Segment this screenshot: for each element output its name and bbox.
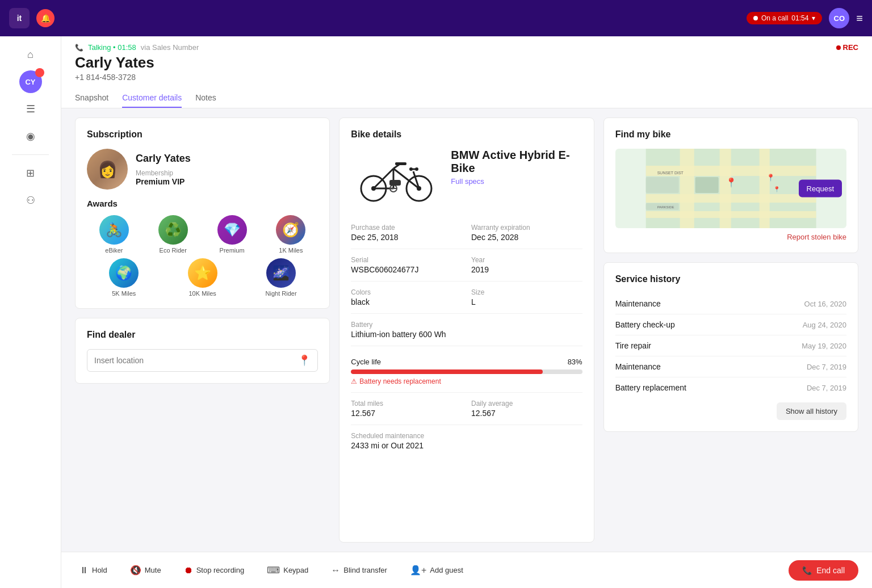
svg-rect-25 bbox=[645, 177, 678, 193]
award-night: 🌌 Night Rider bbox=[244, 258, 318, 297]
top-bar-right: On a call 01:54 CO ≡ bbox=[747, 8, 863, 28]
year-section: Year 2019 bbox=[471, 256, 582, 274]
end-call-label: End call bbox=[816, 566, 845, 575]
subscription-card: Subscription 👩 Carly Yates Membership Pr… bbox=[75, 117, 330, 309]
size-section: Size L bbox=[471, 288, 582, 306]
call-timer: 01:54 bbox=[791, 14, 808, 22]
subscription-title: Subscription bbox=[87, 129, 318, 140]
sidebar-item-grid[interactable]: ⊞ bbox=[19, 162, 42, 184]
warranty-section: Warranty expiration Dec 25, 2028 bbox=[471, 224, 582, 242]
warranty-label: Warranty expiration bbox=[471, 224, 582, 232]
dealer-location-input[interactable] bbox=[94, 356, 294, 365]
add-guest-action[interactable]: 👤+ Add guest bbox=[405, 565, 468, 576]
membership-label: Membership bbox=[136, 169, 191, 177]
service-item-3: Maintenance Dec 7, 2019 bbox=[615, 356, 846, 377]
tab-customer-details[interactable]: Customer details bbox=[122, 89, 182, 108]
award-10k: ⭐ 10K Miles bbox=[165, 258, 239, 297]
customer-phone: +1 814-458-3728 bbox=[75, 73, 858, 82]
via-text: via Sales Number bbox=[141, 43, 199, 52]
call-status-row: 📞 Talking • 01:58 via Sales Number REC bbox=[75, 43, 858, 52]
award-icon-ebiker: 🚴 bbox=[99, 215, 129, 245]
customer-details: Carly Yates Membership Premium VIP bbox=[136, 153, 191, 186]
award-label-5k: 5K Miles bbox=[112, 290, 136, 297]
svg-rect-24 bbox=[645, 211, 816, 218]
stop-recording-icon: ⏺ bbox=[184, 565, 193, 576]
keypad-label: Keypad bbox=[283, 566, 308, 574]
keypad-icon: ⌨ bbox=[267, 565, 280, 576]
total-miles-section: Total miles 12.567 bbox=[351, 400, 462, 418]
blind-transfer-action[interactable]: ↔ Blind transfer bbox=[326, 565, 392, 576]
service-item-0: Maintenance Oct 16, 2020 bbox=[615, 293, 846, 314]
request-button[interactable]: Request bbox=[799, 180, 842, 198]
daily-avg-section: Daily average 12.567 bbox=[471, 400, 582, 418]
colors-label: Colors bbox=[351, 288, 462, 296]
award-5k: 🌍 5K Miles bbox=[87, 258, 161, 297]
service-item-1: Battery check-up Aug 24, 2020 bbox=[615, 314, 846, 335]
colors-section: Colors black bbox=[351, 288, 462, 306]
app-logo[interactable]: it bbox=[9, 8, 30, 28]
user-avatar[interactable]: CO bbox=[829, 8, 849, 28]
sidebar-divider bbox=[12, 154, 48, 155]
full-specs-link[interactable]: Full specs bbox=[451, 177, 582, 186]
bike-name-section: BMW Active Hybrid E-Bike Full specs bbox=[451, 149, 582, 195]
chevron-down-icon[interactable] bbox=[812, 14, 815, 22]
notification-bell[interactable]: 🔔 bbox=[36, 9, 54, 27]
daily-avg-label: Daily average bbox=[471, 400, 582, 408]
divider-2 bbox=[351, 281, 582, 282]
bike-svg bbox=[351, 149, 442, 205]
warning-icon: ⚠ bbox=[351, 377, 357, 385]
svg-point-13 bbox=[415, 167, 418, 171]
sidebar-item-home[interactable]: ⌂ bbox=[19, 43, 42, 66]
tab-notes[interactable]: Notes bbox=[195, 89, 216, 108]
awards-grid-row2: 🌍 5K Miles ⭐ 10K Miles 🌌 Night Rider bbox=[87, 258, 318, 297]
divider-1 bbox=[351, 249, 582, 249]
cycle-life-pct: 83% bbox=[568, 358, 582, 366]
award-label-10k: 10K Miles bbox=[189, 290, 216, 297]
sidebar-item-contacts[interactable]: ◉ bbox=[19, 125, 42, 148]
hold-action[interactable]: ⏸ Hold bbox=[75, 565, 112, 576]
stop-recording-action[interactable]: ⏺ Stop recording bbox=[179, 565, 249, 576]
svg-rect-26 bbox=[695, 177, 718, 193]
size-value: L bbox=[471, 297, 582, 306]
sidebar-avatar-cy[interactable]: CY bbox=[19, 70, 42, 93]
main-grid: Subscription 👩 Carly Yates Membership Pr… bbox=[61, 108, 872, 552]
sidebar-item-tasks[interactable]: ☰ bbox=[19, 98, 42, 120]
on-call-badge: On a call 01:54 bbox=[747, 12, 822, 24]
service-history-title: Service history bbox=[615, 274, 846, 284]
service-date-4: Dec 7, 2019 bbox=[807, 384, 846, 392]
service-item-2: Tire repair May 19, 2020 bbox=[615, 335, 846, 356]
service-item-4: Battery replacement Dec 7, 2019 bbox=[615, 377, 846, 398]
find-my-bike-card: Find my bike bbox=[603, 117, 858, 253]
keypad-action[interactable]: ⌨ Keypad bbox=[262, 565, 313, 576]
svg-text:📍: 📍 bbox=[725, 177, 736, 188]
battery-warning-text: Battery needs replacement bbox=[359, 377, 441, 385]
tabs: Snapshot Customer details Notes bbox=[75, 89, 858, 108]
colors-value: black bbox=[351, 297, 462, 306]
awards-title: Awards bbox=[87, 199, 318, 208]
on-call-label: On a call bbox=[761, 14, 788, 22]
rec-label: REC bbox=[843, 43, 858, 52]
add-guest-icon: 👤+ bbox=[410, 565, 426, 576]
service-date-3: Dec 7, 2019 bbox=[807, 363, 846, 371]
end-call-button[interactable]: 📞 End call bbox=[789, 560, 858, 581]
stop-recording-label: Stop recording bbox=[196, 566, 245, 574]
svg-text:SUNSET DIST: SUNSET DIST bbox=[657, 171, 684, 175]
scheduled-section: Scheduled maintenance 2433 mi or Out 202… bbox=[351, 432, 582, 450]
tab-snapshot[interactable]: Snapshot bbox=[75, 89, 108, 108]
rec-badge: REC bbox=[836, 43, 858, 52]
mute-label: Mute bbox=[145, 566, 161, 574]
total-miles-label: Total miles bbox=[351, 400, 462, 408]
svg-rect-23 bbox=[645, 194, 816, 203]
avatar-badge bbox=[35, 68, 44, 77]
location-pin-icon: 📍 bbox=[298, 354, 311, 367]
hamburger-icon[interactable]: ≡ bbox=[856, 12, 863, 25]
rec-dot bbox=[836, 45, 841, 50]
top-bar: it 🔔 On a call 01:54 CO ≡ bbox=[0, 0, 872, 36]
show-all-history-button[interactable]: Show all history bbox=[777, 402, 846, 420]
award-ebiker: 🚴 eBiker bbox=[87, 215, 141, 254]
sidebar-item-more[interactable]: ⚇ bbox=[19, 189, 42, 212]
award-eco: ♻️ Eco Rider bbox=[146, 215, 200, 254]
scheduled-label: Scheduled maintenance bbox=[351, 432, 582, 440]
mute-action[interactable]: 🔇 Mute bbox=[125, 565, 166, 576]
report-stolen-link[interactable]: Report stolen bike bbox=[615, 233, 846, 241]
